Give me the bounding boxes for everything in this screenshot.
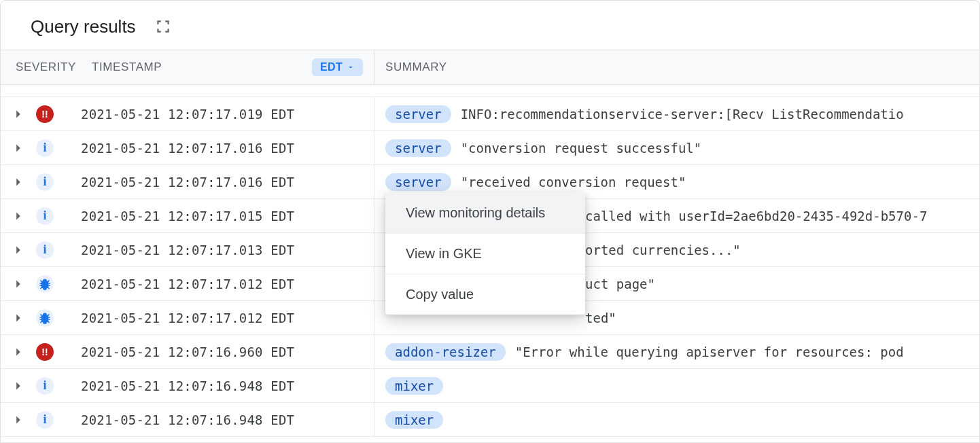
error-icon: !!	[36, 105, 54, 123]
summary-cell: server "conversion request successful"	[374, 139, 979, 157]
summary-cell: mixer	[374, 411, 979, 429]
fullscreen-button[interactable]	[150, 13, 177, 40]
log-tag[interactable]: mixer	[385, 377, 443, 395]
expand-row-button[interactable]	[1, 209, 36, 224]
expand-row-button[interactable]	[1, 378, 36, 393]
debug-icon	[36, 309, 54, 327]
expand-row-button[interactable]	[1, 107, 36, 122]
table-row[interactable]	[1, 437, 979, 443]
severity-cell: i	[36, 377, 81, 395]
panel-header: Query results	[1, 1, 979, 50]
severity-cell	[36, 309, 81, 327]
menu-item-view-gke[interactable]: View in GKE	[385, 233, 585, 274]
info-icon: i	[36, 377, 54, 395]
chevron-right-icon	[11, 107, 26, 122]
summary-cell: server INFO:recommendationservice-server…	[374, 105, 979, 123]
menu-item-copy-value[interactable]: Copy value	[385, 274, 585, 315]
page-title: Query results	[31, 16, 136, 37]
chevron-right-icon	[11, 175, 26, 190]
severity-cell: i	[36, 241, 81, 259]
info-icon: i	[36, 411, 54, 429]
query-results-panel: Query results SEVERITY TIMESTAMP EDT SUM…	[0, 0, 980, 443]
log-message: "conversion request successful"	[461, 141, 702, 156]
chevron-right-icon	[11, 378, 26, 393]
log-tag[interactable]: server	[385, 105, 451, 123]
timestamp-cell: 2021-05-21 12:07:17.015 EDT	[81, 199, 374, 232]
expand-row-button[interactable]	[1, 243, 36, 258]
summary-cell: server "received conversion request"	[374, 173, 979, 191]
log-message: orted currencies..."	[585, 243, 741, 258]
log-message: INFO:recommendationservice-server:[Recv …	[461, 107, 904, 122]
table-row[interactable]: !! 2021-05-21 12:07:17.019 EDT server IN…	[1, 97, 979, 131]
timestamp-cell: 2021-05-21 12:07:17.016 EDT	[81, 165, 374, 198]
log-tag[interactable]: addon-resizer	[385, 343, 506, 361]
table-row[interactable]: !! 2021-05-21 12:07:16.960 EDT addon-res…	[1, 335, 979, 369]
severity-cell	[36, 275, 81, 293]
log-tag[interactable]: server	[385, 139, 451, 157]
chevron-down-icon	[347, 63, 355, 71]
chevron-right-icon	[11, 277, 26, 291]
log-message: "received conversion request"	[461, 175, 686, 190]
severity-cell: !!	[36, 343, 81, 361]
chevron-right-icon	[11, 412, 26, 427]
severity-cell: i	[36, 173, 81, 191]
chevron-right-icon	[11, 243, 26, 258]
column-header-severity[interactable]: SEVERITY	[1, 60, 81, 74]
log-tag[interactable]: mixer	[385, 411, 443, 429]
chevron-right-icon	[11, 141, 26, 156]
timestamp-cell: 2021-05-21 12:07:17.019 EDT	[81, 97, 374, 130]
column-header-summary[interactable]: SUMMARY	[374, 60, 979, 74]
timezone-label: EDT	[320, 61, 343, 73]
info-icon: i	[36, 207, 54, 225]
timestamp-cell: 2021-05-21 12:07:17.012 EDT	[81, 267, 374, 300]
column-header-timestamp[interactable]: TIMESTAMP EDT	[81, 50, 374, 84]
table-row[interactable]: i 2021-05-21 12:07:17.016 EDT server "co…	[1, 131, 979, 165]
info-icon: i	[36, 241, 54, 259]
chevron-right-icon	[11, 209, 26, 224]
timestamp-cell: 2021-05-21 12:07:17.013 EDT	[81, 233, 374, 266]
debug-icon	[36, 275, 54, 293]
table-row[interactable]	[1, 85, 979, 97]
timestamp-cell: 2021-05-21 12:07:16.960 EDT	[81, 335, 374, 368]
timestamp-cell: 2021-05-21 12:07:16.948 EDT	[81, 403, 374, 436]
log-message: called with userId=2ae6bd20-2435-492d-b5…	[585, 209, 927, 224]
expand-row-button[interactable]	[1, 412, 36, 427]
menu-item-view-monitoring[interactable]: View monitoring details	[385, 192, 585, 233]
chevron-right-icon	[11, 344, 26, 359]
summary-cell: mixer	[374, 377, 979, 395]
severity-cell: i	[36, 207, 81, 225]
expand-row-button[interactable]	[1, 277, 36, 291]
expand-row-button[interactable]	[1, 344, 36, 359]
timestamp-cell: 2021-05-21 12:07:17.016 EDT	[81, 131, 374, 164]
expand-row-button[interactable]	[1, 141, 36, 156]
log-message: uct page"	[585, 277, 655, 291]
error-icon: !!	[36, 343, 54, 361]
summary-cell: addon-resizer "Error while querying apis…	[374, 343, 979, 361]
table-row[interactable]: i 2021-05-21 12:07:16.948 EDT mixer	[1, 369, 979, 403]
log-tag[interactable]: server	[385, 173, 451, 191]
chevron-right-icon	[11, 311, 26, 325]
info-icon: i	[36, 173, 54, 191]
timestamp-cell: 2021-05-21 12:07:16.948 EDT	[81, 369, 374, 402]
timezone-dropdown[interactable]: EDT	[312, 58, 363, 76]
fullscreen-icon	[154, 18, 172, 35]
severity-cell: i	[36, 139, 81, 157]
timestamp-cell: 2021-05-21 12:07:17.012 EDT	[81, 301, 374, 334]
column-header-timestamp-label: TIMESTAMP	[92, 60, 162, 74]
log-message: "Error while querying apiserver for reso…	[515, 344, 904, 359]
expand-row-button[interactable]	[1, 311, 36, 325]
context-menu: View monitoring details View in GKE Copy…	[385, 192, 585, 315]
table-row[interactable]: i 2021-05-21 12:07:16.948 EDT mixer	[1, 403, 979, 437]
table-header-row: SEVERITY TIMESTAMP EDT SUMMARY	[1, 50, 979, 85]
log-message: ted"	[585, 311, 616, 325]
severity-cell: i	[36, 411, 81, 429]
info-icon: i	[36, 139, 54, 157]
severity-cell: !!	[36, 105, 81, 123]
expand-row-button[interactable]	[1, 175, 36, 190]
